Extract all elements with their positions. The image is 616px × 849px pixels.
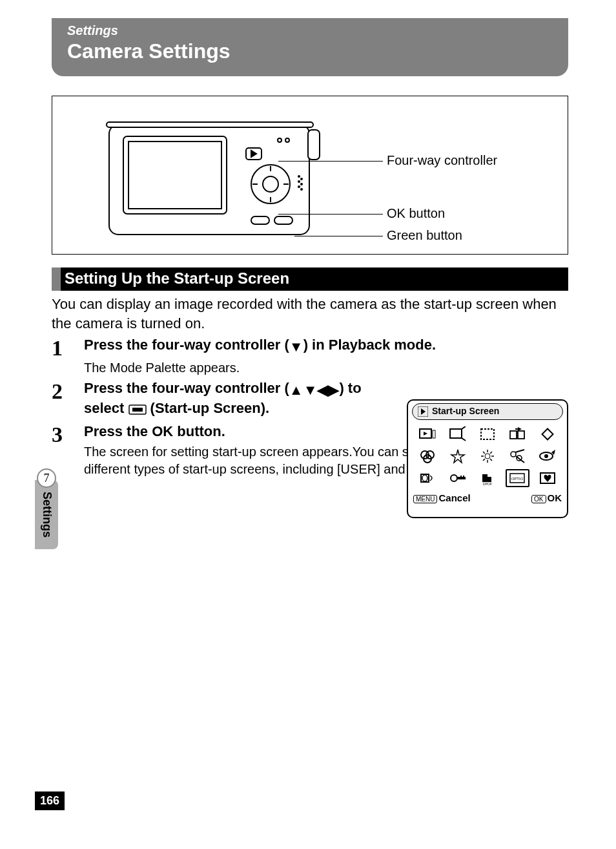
svg-point-5 xyxy=(263,176,278,192)
svg-point-55 xyxy=(422,475,427,481)
voice-memo-icon xyxy=(416,469,439,487)
leader-line xyxy=(278,161,383,162)
svg-line-46 xyxy=(490,452,492,454)
page-header: Settings Camera Settings xyxy=(52,18,568,76)
optio-icon xyxy=(128,401,147,420)
header-section: Settings xyxy=(67,23,553,38)
svg-rect-59 xyxy=(460,476,462,478)
palette-title: Start-up Screen xyxy=(432,406,499,416)
svg-marker-34 xyxy=(518,427,522,431)
svg-text:DPOF: DPOF xyxy=(483,482,492,486)
svg-line-47 xyxy=(483,459,485,461)
play-icon xyxy=(418,406,428,417)
svg-rect-3 xyxy=(128,142,221,209)
label-fourway: Four-way controller xyxy=(387,153,497,168)
down-triangle-icon: ▼ xyxy=(289,338,303,357)
svg-point-17 xyxy=(298,181,300,182)
svg-rect-32 xyxy=(510,431,517,439)
page-number: 166 xyxy=(35,791,65,810)
up-triangle-icon: ▲ xyxy=(289,381,303,400)
label-green: Green button xyxy=(387,228,462,243)
trimming-icon xyxy=(476,425,499,443)
frame-icon xyxy=(536,447,559,465)
header-title: Camera Settings xyxy=(67,39,553,63)
movie-edit-icon xyxy=(476,447,499,465)
redeye-icon xyxy=(506,447,529,465)
leader-line xyxy=(294,236,383,236)
svg-rect-30 xyxy=(450,429,462,438)
svg-point-16 xyxy=(301,178,302,180)
svg-text:OPTIO: OPTIO xyxy=(511,477,524,481)
svg-line-45 xyxy=(490,459,492,461)
text: Press the four-way controller ( xyxy=(84,380,289,396)
label-ok: OK button xyxy=(387,206,445,221)
menu-button-label: MENU xyxy=(413,495,437,503)
side-label: Settings xyxy=(40,492,54,538)
copy-icon xyxy=(506,425,529,443)
svg-rect-58 xyxy=(463,476,464,478)
diagram-box: Four-way controller OK button Green butt… xyxy=(52,96,568,255)
ok-label: OK xyxy=(548,492,562,503)
rotate-icon xyxy=(536,425,559,443)
left-triangle-icon: ◀ xyxy=(317,381,328,400)
step-1-head: Press the four-way controller (▼) in Pla… xyxy=(84,336,568,357)
svg-rect-33 xyxy=(518,431,524,439)
svg-rect-24 xyxy=(132,408,143,412)
text: ) in Playback mode. xyxy=(303,337,436,353)
slideshow-icon xyxy=(416,425,439,443)
svg-line-44 xyxy=(483,452,485,454)
svg-line-50 xyxy=(515,450,524,452)
palette-grid: DPOF OPTIO xyxy=(408,420,567,491)
svg-marker-28 xyxy=(424,432,427,435)
step-1: 1 Press the four-way controller (▼) in P… xyxy=(52,336,568,377)
filter-icon xyxy=(416,447,439,465)
step-number: 2 xyxy=(52,379,84,420)
svg-point-53 xyxy=(544,454,548,458)
step-number: 1 xyxy=(52,336,84,377)
svg-point-18 xyxy=(301,183,302,185)
down-triangle-icon: ▼ xyxy=(303,381,318,400)
svg-rect-31 xyxy=(481,429,494,439)
palette-bottom-bar: MENUCancel OKOK xyxy=(408,491,567,503)
palette-title-bar: Start-up Screen xyxy=(412,403,563,420)
palette-cancel: MENUCancel xyxy=(413,492,471,503)
svg-point-20 xyxy=(301,189,302,190)
svg-rect-29 xyxy=(433,430,435,438)
palette-ok: OKOK xyxy=(531,492,562,503)
ok-button-label: OK xyxy=(531,495,546,503)
text: (Start-up Screen). xyxy=(147,400,270,416)
svg-marker-26 xyxy=(421,408,426,415)
resize-icon xyxy=(446,425,469,443)
protect-icon xyxy=(446,469,469,487)
svg-rect-35 xyxy=(542,429,553,440)
step-2-head: Press the four-way controller (▲▼◀▶) to … xyxy=(84,379,381,420)
favorite-icon xyxy=(536,469,559,487)
step-1-sub: The Mode Palette appears. xyxy=(84,359,568,377)
svg-point-19 xyxy=(298,186,300,187)
cancel-label: Cancel xyxy=(438,492,470,503)
intro-paragraph: You can display an image recorded with t… xyxy=(52,295,568,333)
text: Press the four-way controller ( xyxy=(84,337,289,353)
right-triangle-icon: ▶ xyxy=(328,381,339,400)
side-tab: 7 Settings xyxy=(35,468,58,549)
camera-illustration xyxy=(91,101,349,250)
leader-line xyxy=(278,214,383,215)
svg-point-48 xyxy=(511,452,516,457)
svg-point-56 xyxy=(451,475,457,481)
startup-screen-icon: OPTIO xyxy=(506,469,529,487)
svg-rect-1 xyxy=(107,122,313,127)
dpof-icon: DPOF xyxy=(476,469,499,487)
svg-point-39 xyxy=(485,454,490,459)
svg-rect-14 xyxy=(308,130,320,160)
brightness-icon xyxy=(446,447,469,465)
svg-point-15 xyxy=(298,176,300,177)
chapter-number: 7 xyxy=(37,468,56,488)
section-heading: Setting Up the Start-up Screen xyxy=(52,267,568,291)
mode-palette-screenshot: Start-up Screen DPOF OPTIO MENUCancel OK… xyxy=(407,399,568,518)
